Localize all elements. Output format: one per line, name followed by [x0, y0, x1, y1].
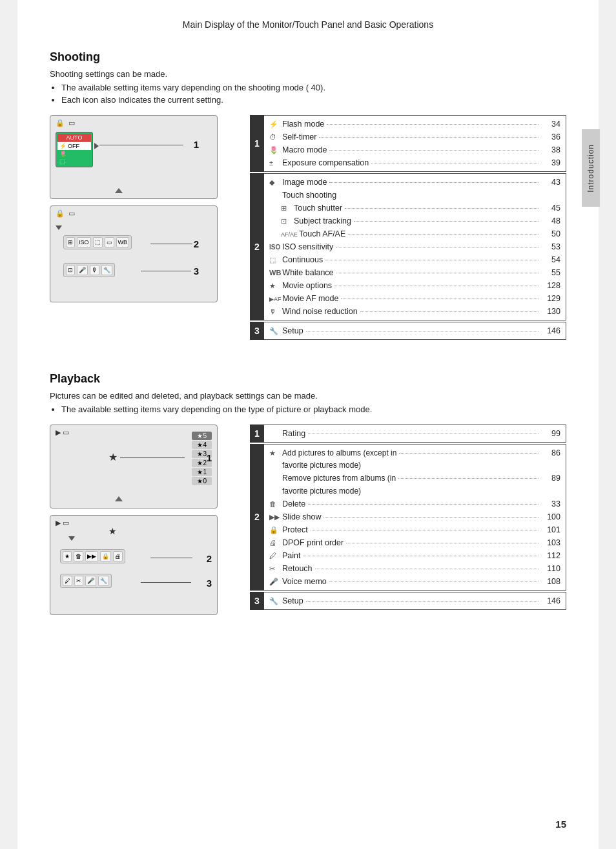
- pb-icon-5: 🖨: [113, 551, 123, 561]
- shooting-content: 🔒 ▭ AUTO ⚡OFF 🌷 ⬚: [50, 115, 566, 341]
- entry-protect: 🔒Protect101: [269, 523, 560, 536]
- dpof-icon: 🖨: [269, 538, 281, 549]
- playback-desc: Pictures can be edited and deleted, and …: [50, 391, 566, 401]
- entry-macro: 🌷Macro mode38: [269, 143, 560, 156]
- header-title: Main Display of the Monitor/Touch Panel …: [183, 19, 433, 30]
- cam2-battery-icon: ▭: [68, 209, 75, 218]
- entry-subject-tracking: ⊡Subject tracking48: [269, 215, 560, 227]
- slideshow-icon: ▶▶: [269, 512, 281, 523]
- entry-add-albums: ★Add pictures to albums (except infavori…: [269, 446, 560, 472]
- entry-touch-shutter: ⊞Touch shutter45: [269, 202, 560, 215]
- section-separator: [50, 361, 566, 372]
- auto-badge: AUTO: [57, 134, 91, 142]
- group-2: 2 ◆Image mode43 Touch shooting ⊞Touch sh…: [250, 173, 566, 320]
- menu-selected: ⚡OFF: [57, 142, 91, 150]
- shooting-info: 1 ⚡Flash mode34 ⏱Self-timer36 🌷Macro mod…: [250, 115, 566, 341]
- icon-row-2: ⊡ 🎤 🎙 🔧: [63, 263, 115, 277]
- shooting-bullets: The available setting items vary dependi…: [61, 83, 566, 105]
- cam-left-panel: AUTO ⚡OFF 🌷 ⬚: [56, 132, 93, 167]
- shooting-section: Shooting Shooting settings can be made. …: [50, 50, 566, 341]
- entry-slideshow: ▶▶Slide show100: [269, 510, 560, 523]
- timer-icon: ⏱: [269, 132, 281, 143]
- pb-line-1: [120, 457, 185, 458]
- shooting-bullet-2: Each icon also indicates the current set…: [61, 95, 566, 105]
- pb-star-top: ★5: [192, 432, 212, 440]
- group-3-num: 3: [250, 322, 264, 340]
- pb-icon-9: 🔧: [98, 576, 109, 586]
- entry-flash: ⚡Flash mode34: [269, 118, 560, 131]
- continuous-icon: ⬚: [269, 255, 281, 266]
- pb-group-3: 3 🔧Setup146: [250, 592, 566, 610]
- touch-shutter-icon: ⊞: [281, 203, 293, 215]
- pb-star-1: ★1: [192, 468, 212, 476]
- playback-diagram-1: ▶ ▭ ★5 ★4 ★3 ★2 ★1 ★0 ★ 1: [50, 424, 218, 508]
- pb-icon-8: 🎤: [85, 576, 96, 586]
- flash-icon: ⚡: [269, 119, 281, 131]
- pb-group-1-num: 1: [250, 424, 264, 443]
- playback-section: Playback Pictures can be edited and dele…: [50, 372, 566, 622]
- pb-group-2-content: ★Add pictures to albums (except infavori…: [264, 444, 566, 591]
- line-3: [141, 271, 191, 271]
- entry-voice-memo: 🎤Voice memo108: [269, 575, 560, 588]
- line-1: [99, 145, 183, 145]
- icon-cam-3: ⬚: [93, 237, 103, 247]
- label-2: 2: [194, 238, 199, 249]
- group-1: 1 ⚡Flash mode34 ⏱Self-timer36 🌷Macro mod…: [250, 115, 566, 172]
- icon-cam-8: 🎙: [90, 265, 99, 275]
- add-albums-icon: ★: [269, 448, 281, 459]
- playback-diagram-2: ▶ ▭ ★ ★ 🗑 ▶▶ 🔒 🖨: [50, 515, 218, 615]
- playback-bullet-1: The available setting items vary dependi…: [61, 404, 566, 414]
- entry-touch-shooting: Touch shooting: [269, 189, 560, 202]
- shooting-diagrams: 🔒 ▭ AUTO ⚡OFF 🌷 ⬚: [50, 115, 231, 341]
- image-mode-icon: ◆: [269, 177, 281, 189]
- setup-pb-icon: 🔧: [269, 596, 281, 607]
- entry-setup-pb: 🔧Setup146: [269, 594, 560, 607]
- setup-s-icon: 🔧: [269, 326, 281, 337]
- label-3: 3: [194, 266, 199, 277]
- exposure-icon: ±: [269, 158, 281, 169]
- bottom-arrow: [115, 188, 123, 193]
- movie-af-icon: ▶AF: [269, 295, 282, 304]
- pb-icon-row-2: 🖊 ✂ 🎤 🔧: [60, 574, 112, 588]
- pb-group-1: 1 Rating99: [250, 424, 566, 443]
- icon-cam-9: 🔧: [101, 265, 112, 275]
- entry-delete: 🗑Delete33: [269, 498, 560, 510]
- touch-af-icon: AF/AE: [281, 230, 298, 239]
- icon-cam-2: ISO: [77, 237, 91, 247]
- side-tab: Introduction: [582, 129, 600, 207]
- cam2-top-icons: 🔒 ▭: [56, 209, 75, 218]
- entry-rating: Rating99: [269, 427, 560, 440]
- cam-top-icons: 🔒 ▭: [56, 119, 75, 127]
- subject-tracking-icon: ⊡: [281, 216, 293, 227]
- entry-wb: WBWhite balance55: [269, 266, 560, 279]
- pb-label-3: 3: [207, 578, 212, 589]
- group-1-content: ⚡Flash mode34 ⏱Self-timer36 🌷Macro mode3…: [264, 115, 566, 172]
- pb-group-3-num: 3: [250, 592, 264, 610]
- entry-dpof: 🖨DPOF print order103: [269, 536, 560, 549]
- entry-exposure: ±Exposure compensation39: [269, 156, 560, 169]
- shooting-title: Shooting: [50, 50, 566, 64]
- pb-icon-7: ✂: [74, 576, 83, 586]
- pb-group-3-content: 🔧Setup146: [264, 592, 566, 610]
- entry-paint: 🖊Paint112: [269, 549, 560, 562]
- entry-retouch: ✂Retouch110: [269, 562, 560, 575]
- delete-icon: 🗑: [269, 499, 281, 510]
- wb-icon: WB: [269, 267, 281, 279]
- pb2-arrow-down: [68, 536, 75, 541]
- shooting-diagram-2: 🔒 ▭ ⊞ ISO ⬚ ▭ WB: [50, 205, 218, 302]
- icon-row-1: ⊞ ISO ⬚ ▭ WB: [63, 235, 132, 249]
- shooting-diagram-1: 🔒 ▭ AUTO ⚡OFF 🌷 ⬚: [50, 115, 218, 199]
- icon-cam-5: WB: [116, 237, 130, 247]
- pb-arrow-up: [115, 496, 123, 501]
- entry-touch-af: AF/AETouch AF/AE50: [269, 227, 560, 240]
- playback-title: Playback: [50, 372, 566, 386]
- left-arrow: [56, 225, 62, 230]
- page-header: Main Display of the Monitor/Touch Panel …: [50, 19, 566, 35]
- pb-line-3: [141, 582, 191, 583]
- playback-bullets: The available setting items vary dependi…: [61, 404, 566, 414]
- entry-remove-albums: Remove pictures from albums (infavorite …: [269, 472, 560, 497]
- pb-group-2: 2 ★Add pictures to albums (except infavo…: [250, 444, 566, 591]
- pb-icon-6: 🖊: [63, 576, 72, 586]
- playback-diagrams: ▶ ▭ ★5 ★4 ★3 ★2 ★1 ★0 ★ 1: [50, 424, 231, 622]
- page: Introduction Main Display of the Monitor…: [17, 0, 599, 849]
